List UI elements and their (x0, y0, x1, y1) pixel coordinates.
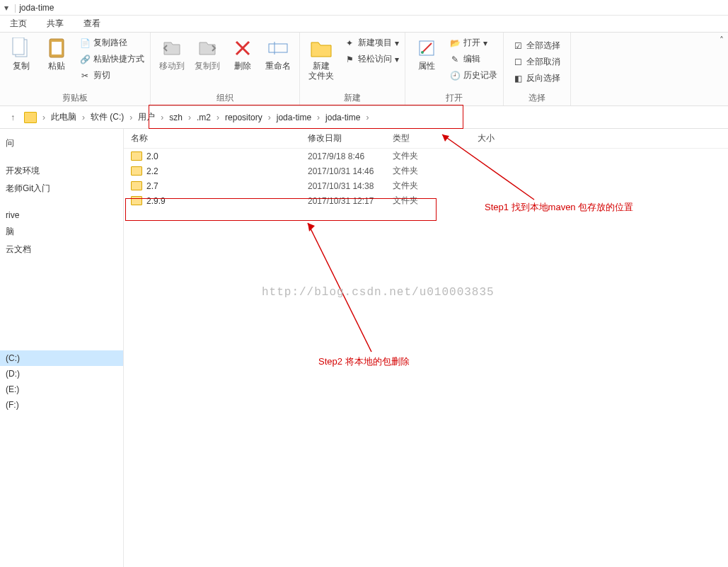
annotation-arrow-2 (301, 217, 386, 359)
paste-button[interactable]: 粘贴 (41, 35, 72, 71)
select-none-button[interactable]: ☐全部取消 (512, 55, 560, 69)
svg-line-10 (308, 223, 371, 352)
chevron-down-icon: ▾ (395, 38, 399, 48)
new-folder-icon (310, 37, 333, 59)
chevron-right-icon[interactable]: › (128, 113, 134, 122)
copy-to-button[interactable]: 复制到 (192, 35, 223, 71)
open-button[interactable]: 📂打开▾ (449, 35, 497, 50)
col-header-date[interactable]: 修改日期 (308, 132, 393, 144)
sidebar-drive-e[interactable]: (E:) (0, 382, 123, 397)
chevron-down-icon: ▾ (395, 55, 399, 64)
group-label-select: 选择 (509, 91, 565, 104)
invert-select-button[interactable]: ◧反向选择 (512, 71, 560, 86)
file-row[interactable]: 2.7 2017/10/31 14:38 文件夹 (124, 178, 728, 193)
select-all-button[interactable]: ☑全部选择 (512, 38, 560, 53)
breadcrumb: › 此电脑› 软件 (C:)› 用户› szh› .m2› repository… (41, 110, 370, 125)
window-title: joda-time (19, 3, 54, 13)
svg-rect-1 (13, 38, 24, 55)
folder-icon (24, 112, 37, 123)
select-none-icon: ☐ (512, 57, 524, 68)
sidebar-item[interactable]: 开发环境 (0, 162, 123, 180)
edit-button[interactable]: ✎编辑 (449, 52, 497, 67)
shortcut-icon: 🔗 (79, 54, 91, 65)
annotation-step2: Step2 将本地的包删除 (318, 355, 410, 368)
svg-rect-3 (52, 42, 62, 55)
edit-icon: ✎ (449, 54, 461, 65)
nav-up-button[interactable]: ↑ (6, 110, 20, 125)
delete-icon (231, 37, 254, 59)
group-label-open: 打开 (411, 91, 497, 104)
file-row[interactable]: 2.0 2017/9/18 8:46 文件夹 (124, 149, 728, 164)
sidebar-item[interactable]: 老师Git入门 (0, 180, 123, 197)
move-to-button[interactable]: 移动到 (156, 35, 187, 71)
new-folder-button[interactable]: 新建 文件夹 (306, 35, 337, 81)
file-row[interactable]: 2.2 2017/10/31 14:46 文件夹 (124, 164, 728, 178)
history-icon: 🕘 (449, 70, 461, 81)
delete-button[interactable]: 删除 (227, 35, 258, 71)
chevron-right-icon[interactable]: › (215, 113, 221, 122)
paste-shortcut-button[interactable]: 🔗粘贴快捷方式 (79, 52, 144, 67)
column-headers: 名称 修改日期 类型 大小 (124, 129, 728, 149)
sidebar-item[interactable]: rive (0, 207, 123, 223)
tab-share[interactable]: 共享 (37, 15, 74, 33)
tab-home[interactable]: 主页 (0, 15, 37, 33)
ribbon-collapse-icon[interactable]: ˄ (720, 35, 724, 45)
crumb[interactable]: 此电脑 (48, 110, 79, 125)
crumb[interactable]: szh (166, 111, 185, 124)
group-label-organize: 组织 (156, 91, 294, 104)
sidebar-item[interactable]: 云文档 (0, 241, 123, 258)
sidebar-drive-c[interactable]: (C:) (0, 350, 123, 366)
crumb[interactable]: repository (222, 111, 265, 124)
col-header-name[interactable]: 名称 (124, 132, 308, 144)
history-button[interactable]: 🕘历史记录 (449, 68, 497, 83)
col-header-type[interactable]: 类型 (393, 132, 478, 144)
copy-path-button[interactable]: 📄复制路径 (79, 35, 144, 50)
copy-icon (10, 37, 33, 59)
easy-access-button[interactable]: ⚑轻松访问▾ (344, 52, 399, 67)
separator: | (14, 3, 16, 13)
group-label-new: 新建 (306, 91, 399, 104)
copy-button[interactable]: 复制 (6, 35, 37, 71)
chevron-right-icon[interactable]: › (159, 113, 165, 122)
folder-icon (131, 166, 142, 176)
move-to-icon (161, 37, 183, 59)
ribbon-dropdown-icon[interactable]: ▾ (1, 3, 11, 13)
address-bar: ↑ › 此电脑› 软件 (C:)› 用户› szh› .m2› reposito… (0, 106, 728, 129)
chevron-right-icon[interactable]: › (81, 113, 86, 122)
cut-button[interactable]: ✂剪切 (79, 68, 144, 83)
file-list-pane: 名称 修改日期 类型 大小 2.0 2017/9/18 8:46 文件夹 2.2… (124, 129, 728, 567)
crumb[interactable]: 软件 (C:) (88, 110, 127, 125)
properties-button[interactable]: 属性 (411, 35, 442, 71)
nav-sidebar: 问 开发环境 老师Git入门 rive 脑 云文档 (C:) (D:) (E:)… (0, 129, 124, 567)
folder-icon (131, 181, 142, 190)
crumb[interactable]: joda-time (274, 111, 314, 124)
paste-icon (45, 37, 68, 59)
crumb[interactable]: joda-time (323, 111, 363, 124)
new-item-icon: ✦ (344, 38, 355, 49)
main-area: 问 开发环境 老师Git入门 rive 脑 云文档 (C:) (D:) (E:)… (0, 129, 728, 567)
tab-view[interactable]: 查看 (74, 15, 110, 33)
copy-to-icon (196, 37, 219, 59)
chevron-right-icon[interactable]: › (267, 113, 272, 122)
rename-button[interactable]: 重命名 (262, 35, 294, 71)
crumb[interactable]: .m2 (194, 111, 214, 124)
ribbon-group-new: 新建 文件夹 ✦新建项目▾ ⚑轻松访问▾ 新建 (300, 33, 405, 105)
sidebar-drive-d[interactable]: (D:) (0, 366, 123, 382)
col-header-size[interactable]: 大小 (478, 132, 534, 144)
chevron-right-icon[interactable]: › (364, 113, 370, 122)
sidebar-item[interactable]: 问 (0, 134, 123, 152)
file-row[interactable]: 2.9.9 2017/10/31 12:17 文件夹 (124, 193, 728, 208)
watermark: http://blog.csdn.net/u010003835 (262, 286, 495, 299)
chevron-right-icon[interactable]: › (41, 113, 47, 122)
crumb[interactable]: 用户 (135, 110, 158, 125)
sidebar-drive-f[interactable]: (F:) (0, 397, 123, 413)
ribbon-group-organize: 移动到 复制到 删除 重命名 组织 (151, 33, 300, 105)
sidebar-item[interactable]: 脑 (0, 223, 123, 241)
new-item-button[interactable]: ✦新建项目▾ (344, 35, 399, 50)
chevron-right-icon[interactable]: › (187, 113, 192, 122)
open-icon: 📂 (449, 38, 461, 49)
ribbon-group-select: ☑全部选择 ☐全部取消 ◧反向选择 选择 (504, 33, 571, 105)
path-icon: 📄 (79, 38, 91, 49)
group-label-clipboard: 剪贴板 (6, 91, 144, 104)
chevron-right-icon[interactable]: › (316, 113, 321, 122)
